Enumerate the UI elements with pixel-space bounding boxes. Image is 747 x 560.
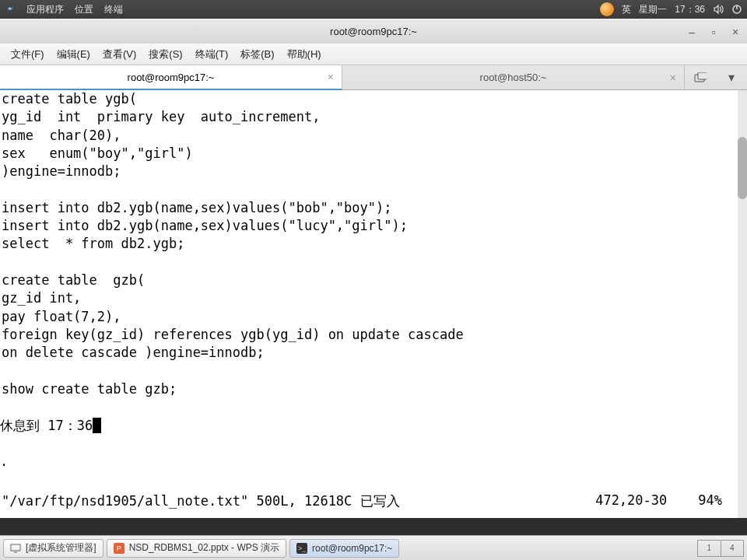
menu-places[interactable]: 位置 bbox=[75, 3, 93, 16]
menubar: 文件(F) 编辑(E) 查看(V) 搜索(S) 终端(T) 标签(B) 帮助(H… bbox=[0, 44, 747, 65]
vim-status-line: "/var/ftp/nsd1905/all_note.txt" 500L, 12… bbox=[2, 492, 738, 510]
maximize-button[interactable]: ▫ bbox=[705, 23, 722, 40]
tab-1[interactable]: root@room9pc17:~ × bbox=[0, 65, 342, 90]
text-cursor bbox=[93, 418, 101, 433]
system-bar: 应用程序 位置 终端 英 星期一 17：36 bbox=[0, 0, 747, 19]
scrollbar-thumb[interactable] bbox=[738, 137, 747, 199]
tab-label: root@room9pc17:~ bbox=[128, 72, 215, 83]
workspace-pager[interactable]: 1 4 bbox=[697, 540, 744, 557]
task-wps[interactable]: P NSD_RDBMS1_02.pptx - WPS 演示 bbox=[107, 539, 286, 558]
task-terminal[interactable]: >_ root@room9pc17:~ bbox=[289, 539, 399, 558]
status-position: 472,20-30 bbox=[595, 492, 698, 510]
tab-menu-dropdown[interactable]: ▾ bbox=[716, 65, 747, 89]
update-icon[interactable] bbox=[600, 2, 614, 16]
new-tab-icon[interactable] bbox=[685, 65, 716, 89]
clock-day[interactable]: 星期一 bbox=[639, 3, 667, 16]
tab-2[interactable]: root@host50:~ × bbox=[342, 65, 685, 89]
terminal-tabbar: root@room9pc17:~ × root@host50:~ × ▾ bbox=[0, 65, 747, 90]
task-label: [虚拟系统管理器] bbox=[26, 541, 96, 555]
wps-icon: P bbox=[114, 543, 124, 554]
minimize-button[interactable]: – bbox=[683, 23, 700, 40]
scrollbar[interactable] bbox=[738, 90, 747, 518]
volume-icon[interactable] bbox=[713, 4, 724, 15]
terminal-viewport[interactable]: create table ygb( yg_id int primary key … bbox=[0, 90, 747, 518]
terminal-text: create table ygb( yg_id int primary key … bbox=[0, 90, 747, 398]
status-percent: 94% bbox=[698, 492, 738, 510]
menu-help[interactable]: 帮助(H) bbox=[281, 45, 328, 64]
tab-label: root@host50:~ bbox=[480, 72, 547, 83]
ime-indicator[interactable]: 英 bbox=[622, 3, 631, 16]
terminal-text-break: 休息到 17：36 bbox=[0, 417, 747, 435]
terminal-text-dot: . bbox=[0, 453, 747, 469]
tab-close-icon[interactable]: × bbox=[328, 71, 334, 83]
menu-view[interactable]: 查看(V) bbox=[96, 45, 142, 64]
clock-time[interactable]: 17：36 bbox=[675, 3, 705, 16]
window-titlebar[interactable]: root@room9pc17:~ – ▫ × bbox=[0, 19, 747, 44]
svg-rect-3 bbox=[698, 72, 707, 79]
menu-search[interactable]: 搜索(S) bbox=[142, 45, 188, 64]
terminal-icon: >_ bbox=[296, 543, 307, 554]
menu-applications[interactable]: 应用程序 bbox=[26, 3, 64, 16]
power-icon[interactable] bbox=[731, 4, 742, 15]
task-vm-manager[interactable]: [虚拟系统管理器] bbox=[3, 539, 103, 558]
monitor-icon bbox=[10, 543, 21, 554]
status-filename: "/var/ftp/nsd1905/all_note.txt" 500L, 12… bbox=[2, 492, 400, 510]
menu-tabs[interactable]: 标签(B) bbox=[234, 45, 280, 64]
hummingbird-icon bbox=[5, 4, 16, 15]
menu-terminal[interactable]: 终端 bbox=[104, 3, 123, 16]
menu-file[interactable]: 文件(F) bbox=[5, 45, 51, 64]
window-title: root@room9pc17:~ bbox=[330, 26, 417, 37]
task-label: NSD_RDBMS1_02.pptx - WPS 演示 bbox=[129, 541, 279, 555]
task-label: root@room9pc17:~ bbox=[312, 543, 392, 554]
menu-terminal[interactable]: 终端(T) bbox=[189, 45, 235, 64]
menu-edit[interactable]: 编辑(E) bbox=[51, 45, 96, 64]
tab-close-icon[interactable]: × bbox=[670, 72, 676, 84]
svg-rect-4 bbox=[11, 544, 20, 551]
desktop-taskbar: [虚拟系统管理器] P NSD_RDBMS1_02.pptx - WPS 演示 … bbox=[0, 535, 747, 560]
pager-cell[interactable]: 4 bbox=[721, 541, 744, 556]
close-button[interactable]: × bbox=[727, 23, 744, 40]
pager-cell[interactable]: 1 bbox=[698, 541, 721, 556]
